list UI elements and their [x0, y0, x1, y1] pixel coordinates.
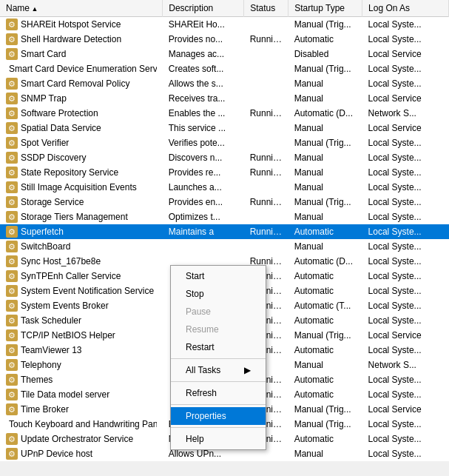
service-name-label: System Events Broker — [21, 301, 109, 311]
service-icon — [6, 344, 18, 356]
service-status-cell: Running — [244, 165, 288, 180]
service-startup-cell: Manual — [288, 121, 362, 135]
service-icon — [6, 107, 18, 119]
table-row[interactable]: Software ProtectionEnables the ...Runnin… — [0, 106, 449, 121]
column-header-name[interactable]: Name — [0, 0, 163, 17]
table-row[interactable]: Smart CardManages ac...DisabledLocal Ser… — [0, 47, 449, 61]
service-status-cell: Running — [244, 106, 288, 121]
context-menu-separator — [171, 404, 266, 405]
table-row[interactable]: Spatial Data ServiceThis service ...Manu… — [0, 121, 449, 135]
service-status-cell — [244, 239, 288, 254]
service-icon — [6, 329, 18, 341]
table-row[interactable]: SNMP TrapReceives tra...ManualLocal Serv… — [0, 91, 449, 106]
service-name-label: Superfetch — [21, 227, 64, 237]
service-description-cell: Maintains a — [163, 224, 244, 239]
context-menu-item-properties[interactable]: Properties — [171, 407, 266, 425]
service-name-cell: TeamViewer 13 — [0, 343, 163, 358]
table-row[interactable]: SuperfetchMaintains aRunningAutomaticLoc… — [0, 224, 449, 239]
service-logon-cell: Local Syste... — [362, 387, 449, 402]
service-name-cell: Smart Card — [0, 47, 163, 61]
service-name-label: TCP/IP NetBIOS Helper — [21, 330, 115, 341]
service-startup-cell: Automatic — [288, 32, 362, 47]
table-row[interactable]: SHAREit Hotspot ServiceSHAREit Ho...Manu… — [0, 17, 449, 33]
service-name-label: SynTPEnh Caller Service — [21, 271, 121, 281]
context-menu-item-resume: Resume — [171, 321, 266, 338]
context-menu-separator — [171, 427, 266, 428]
service-name-label: System Event Notification Service — [21, 286, 154, 296]
service-logon-cell: Local Syste... — [362, 343, 449, 358]
service-name-label: UPnP Device host — [21, 449, 92, 459]
column-header-logon[interactable]: Log On As — [362, 0, 449, 17]
service-name-cell: Themes — [0, 372, 163, 387]
service-logon-cell: Local Syste... — [362, 180, 449, 195]
service-name-cell: Update Orchestrator Service — [0, 432, 163, 446]
service-description-cell: Manages ac... — [163, 47, 244, 61]
service-status-cell — [244, 76, 288, 91]
service-name-label: Time Broker — [21, 404, 69, 415]
table-row[interactable]: Smart Card Removal PolicyAllows the s...… — [0, 76, 449, 91]
service-name-cell: SNMP Trap — [0, 91, 163, 106]
service-icon — [6, 285, 18, 297]
service-startup-cell: Automatic (D... — [288, 106, 362, 121]
service-startup-cell: Automatic — [288, 224, 362, 239]
table-row[interactable]: Shell Hardware DetectionProvides no...Ru… — [0, 32, 449, 47]
service-logon-cell: Local Syste... — [362, 298, 449, 313]
service-startup-cell: Manual — [288, 76, 362, 91]
context-menu-item-help[interactable]: Help — [171, 430, 266, 448]
service-name-cell: Software Protection — [0, 106, 163, 121]
service-name-label: SHAREit Hotspot Service — [21, 19, 121, 30]
service-startup-cell: Automatic — [288, 284, 362, 298]
service-logon-cell: Local Syste... — [362, 313, 449, 328]
service-logon-cell: Local Syste... — [362, 432, 449, 446]
table-row[interactable]: Smart Card Device Enumeration ServiceCre… — [0, 61, 449, 76]
table-row[interactable]: Still Image Acquisition EventsLaunches a… — [0, 180, 449, 195]
context-menu-item-refresh[interactable]: Refresh — [171, 384, 266, 402]
context-menu-item-stop[interactable]: Stop — [171, 285, 266, 303]
service-startup-cell: Manual (Trig... — [288, 402, 362, 417]
context-menu-item-restart[interactable]: Restart — [171, 338, 266, 356]
service-description-cell: Enables the ... — [163, 106, 244, 121]
column-header-status[interactable]: Status — [244, 0, 288, 17]
service-description-cell: Creates soft... — [163, 61, 244, 76]
service-name-label: SwitchBoard — [21, 241, 70, 252]
service-icon — [6, 19, 18, 30]
table-row[interactable]: Spot VerifierVerifies pote...Manual (Tri… — [0, 135, 449, 150]
service-status-cell: Running — [244, 195, 288, 209]
service-startup-cell: Automatic — [288, 432, 362, 446]
service-name-cell: Storage Tiers Management — [0, 209, 163, 224]
service-status-cell: Running — [244, 150, 288, 165]
service-startup-cell: Automatic (D... — [288, 254, 362, 269]
service-logon-cell: Local Syste... — [362, 372, 449, 387]
service-icon — [6, 270, 18, 282]
column-header-startup[interactable]: Startup Type — [288, 0, 362, 17]
service-name-label: Smart Card Removal Policy — [21, 78, 129, 89]
service-name-label: Software Protection — [21, 108, 98, 118]
service-icon — [6, 433, 18, 445]
service-startup-cell: Manual (Trig... — [288, 17, 362, 33]
service-startup-cell: Manual (Trig... — [288, 135, 362, 150]
service-icon — [6, 359, 18, 371]
service-name-cell: Time Broker — [0, 402, 163, 417]
context-menu-separator — [171, 358, 266, 359]
service-name-cell: Tile Data model server — [0, 387, 163, 402]
table-row[interactable]: SSDP DiscoveryDiscovers n...RunningManua… — [0, 150, 449, 165]
service-startup-cell: Manual — [288, 358, 362, 372]
context-menu-item-all-tasks[interactable]: All Tasks — [171, 361, 266, 379]
service-icon — [6, 374, 18, 386]
service-logon-cell: Local Syste... — [362, 135, 449, 150]
service-icon — [6, 196, 18, 208]
table-row[interactable]: Storage Tiers ManagementOptimizes t...Ma… — [0, 209, 449, 224]
service-startup-cell: Manual — [288, 239, 362, 254]
table-row[interactable]: Storage ServiceProvides en...RunningManu… — [0, 195, 449, 209]
service-logon-cell: Local Syste... — [362, 269, 449, 284]
table-row[interactable]: SwitchBoardManualLocal Syste... — [0, 239, 449, 254]
service-name-cell: SynTPEnh Caller Service — [0, 269, 163, 284]
service-description-cell: Provides no... — [163, 32, 244, 47]
service-startup-cell: Manual (Trig... — [288, 417, 362, 432]
table-row[interactable]: State Repository ServiceProvides re...Ru… — [0, 165, 449, 180]
context-menu-item-start[interactable]: Start — [171, 267, 266, 285]
column-header-description[interactable]: Description — [163, 0, 244, 17]
service-name-label: Task Scheduler — [21, 315, 81, 326]
service-status-cell — [244, 135, 288, 150]
service-name-label: Spatial Data Service — [21, 123, 101, 133]
